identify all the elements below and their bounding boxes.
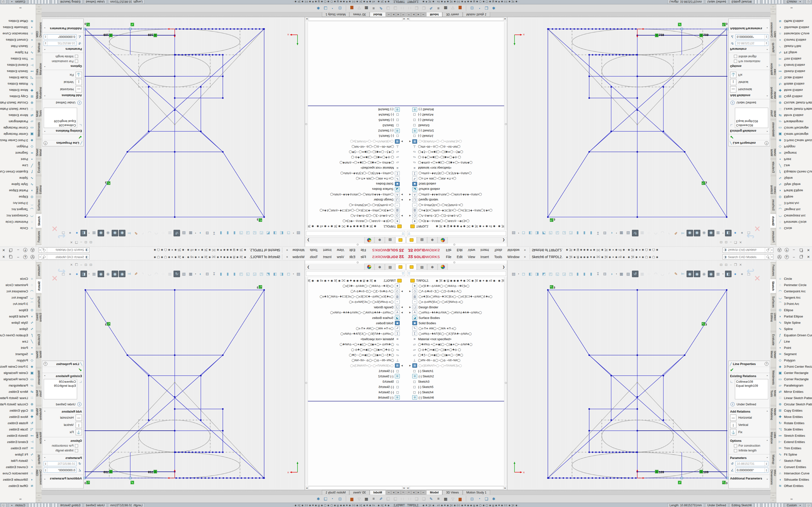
doc-prev-icon[interactable]: ⊡ — [90, 263, 92, 267]
spinner-arrows[interactable]: ▲▼ — [765, 468, 768, 472]
doc-next-icon[interactable]: ⊡ — [85, 240, 87, 244]
search-box[interactable]: ◨ ▾ — [39, 254, 89, 260]
tab-features[interactable]: Features — [770, 262, 776, 278]
tool-linear-sketch-pattern[interactable]: ∷Linear Sketch Pattern — [776, 106, 812, 112]
relations-listbox[interactable]: Collinear108 Equal length109 — [44, 379, 77, 399]
tab-mbd-dimensions[interactable]: MBD Dimensions — [770, 467, 776, 493]
tab-direct-editing[interactable]: Direct Editing — [770, 311, 776, 331]
shaded-mode-icon[interactable]: ◧ — [81, 230, 87, 236]
expand-arrow-icon[interactable]: ▶ — [408, 311, 412, 314]
grid-table-icon[interactable]: ▦ — [443, 5, 449, 11]
tool-spline[interactable]: ∿Spline — [0, 326, 36, 332]
panel-splitter[interactable] — [305, 243, 406, 246]
tree-item-sketch6[interactable]: ⊞(-) Sketch6 — [406, 395, 507, 400]
view-iso1-icon[interactable]: ▮ — [575, 271, 581, 277]
ghost-arc1-icon[interactable]: ◌ — [646, 230, 652, 236]
tab-mesh-modeling[interactable]: Mesh Modeling — [770, 78, 776, 101]
option-infinite-length[interactable]: Infinite length — [729, 448, 770, 453]
tree-item-solidbodies[interactable]: ◙Solid Bodies — [406, 181, 507, 187]
doc-tab-model[interactable]: Model — [370, 490, 386, 495]
expand-arrow-icon[interactable]: ▶ — [408, 215, 412, 217]
scroll-left-icon[interactable]: ◀ — [406, 487, 409, 489]
snapshot-icon[interactable]: ⊡ — [469, 496, 475, 502]
tab-sheet-metal[interactable]: Sheet Metal — [770, 348, 776, 368]
doc-restore-button[interactable]: ❐ — [75, 263, 78, 267]
ghost-arc2-icon[interactable]: ◠ — [653, 271, 659, 277]
tree-item-sketch1[interactable]: ◻(-) Sketch1 — [305, 133, 406, 139]
tool-ellipse[interactable]: ⊙Ellipse — [0, 194, 36, 200]
checkbox-icon[interactable] — [75, 449, 78, 452]
tab-markup[interactable]: Markup — [36, 40, 42, 55]
view-hidden-lines-icon[interactable]: ◧ — [278, 230, 285, 236]
menu-window[interactable]: Window — [290, 248, 307, 252]
paintbrush-icon[interactable]: ✎ — [378, 496, 384, 502]
document-note-icon[interactable]: ▤ — [295, 271, 301, 277]
grid-faded-icon[interactable]: ▦ — [639, 230, 645, 236]
tree-item-sketch5[interactable]: ◻(-) Sketch5 — [406, 384, 507, 389]
tree-item-materialnotspecified[interactable]: ≡Material <not specified> — [305, 336, 406, 342]
tab-weldments[interactable]: Weldments — [36, 120, 42, 139]
tool-corner-rectangle[interactable]: ▭Corner Rectangle — [0, 376, 36, 382]
search-box[interactable]: ◨ ▾ — [723, 247, 773, 253]
tool-trim-entities[interactable]: ✂Trim Entities — [0, 445, 36, 451]
hide-items-4-icon[interactable]: ◉ — [708, 271, 714, 277]
tool-extend-entities[interactable]: ⊢Extend Entities — [776, 62, 812, 68]
view-top-icon[interactable]: ◳ — [238, 271, 244, 277]
menu-file[interactable]: File — [358, 255, 369, 259]
tree-item-solidbodies[interactable]: ◙Solid Bodies — [305, 181, 406, 187]
menu-window[interactable]: Window — [505, 255, 522, 259]
doc-prev-icon[interactable]: ⊡ — [720, 263, 722, 267]
ok-button[interactable]: ✔ — [78, 134, 82, 140]
tool-tangent-arc[interactable]: ◡Tangent Arc — [0, 294, 36, 300]
tab-sketch[interactable]: Sketch — [36, 279, 42, 293]
save-icon[interactable]: ▦ — [188, 230, 194, 236]
tool-3-point-arc[interactable]: ⌒3 Point Arc — [776, 300, 812, 307]
account-button[interactable] — [29, 247, 36, 253]
shaded-mode-icon[interactable]: ◧ — [725, 271, 731, 277]
restore-button[interactable] — [798, 254, 805, 260]
view-hidden-lines-icon[interactable]: ◧ — [278, 271, 285, 277]
parameters-header[interactable]: Parameters⌃ — [42, 47, 83, 52]
tool-3-point-arc[interactable]: ⌒3 Point Arc — [0, 300, 36, 307]
close-button[interactable]: ✕ — [805, 254, 812, 260]
tab-nav-icon[interactable]: ▶ — [416, 490, 421, 495]
tab-mold-tools[interactable]: Mold Tools — [770, 102, 776, 119]
ghost-fillet-icon[interactable]: ◜ — [666, 271, 672, 277]
menu-edit[interactable]: Edit — [347, 255, 358, 259]
tree-item[interactable]: ▶⊠◯ƨƷƐИNΛΠ+◯∘◯+ΠΛNИƐƷƨ◯ — [305, 363, 406, 368]
expand-arrow-icon[interactable]: ▶ — [400, 364, 404, 367]
option-for-construction[interactable]: For construction — [729, 59, 770, 64]
chart-icon[interactable]: ▆ — [349, 496, 355, 502]
view-left-icon[interactable]: ◱ — [252, 230, 258, 236]
tree-vertical-scrollbar[interactable] — [305, 22, 308, 230]
view-hlr-icon[interactable]: ◨ — [534, 230, 540, 236]
tree-item[interactable]: ▥◯ƨ✚ƷƐƨ◯ИN◎∘✚ϽϹƷƐƨ◯∘◯ƨƐƷϹϽ✚∘◎NИ◯Ɛ✚ƨ◯ — [305, 208, 406, 213]
tree-item[interactable]: ▶⊠◯ƨƷƐИNΛΠ+◯∘◯+ΠΛNИƐƷƨ◯ — [406, 139, 507, 144]
tool-convert-entities[interactable]: ⌖Convert Entities — [0, 37, 36, 43]
tree-item[interactable]: ▶◷◯Λ∙◎✚ƨƧ∘Ʒ◯∘◯Ʒ∘Ƨƨ✚◎∙Λ◯ — [406, 213, 507, 219]
sketch-pen-icon[interactable]: ✎ — [673, 230, 679, 236]
snip-icon[interactable]: ✄ — [680, 230, 686, 236]
tree-item[interactable]: ★◯ƨƷƐ✚∘∙◎ΛAΦ◯∘◯ΦAΛ◎∙∘✚ƐƷƨ◯ — [305, 219, 406, 224]
tree-item-surfacebodies[interactable]: ◪Surface Bodies — [406, 315, 507, 320]
dropdown-caret-icon[interactable]: ▾ — [517, 271, 520, 277]
tool-sketch-fillet[interactable]: ◜Sketch Fillet — [0, 457, 36, 464]
angle-field[interactable]: 0.00000000° ▲▼ — [735, 34, 768, 39]
account-button[interactable] — [776, 247, 783, 253]
menu-window[interactable]: Window — [290, 255, 307, 259]
rollback-bar[interactable] — [406, 401, 507, 402]
chart-icon[interactable]: ▆ — [349, 5, 355, 11]
tree-item[interactable]: ◔◯ƨ∙◎ƨИNƷƐƨ◯∘◯ƨƐƷNИƨ◎∙ƨ◯ — [406, 203, 507, 208]
tool-perimeter-circle[interactable]: ◌Perimeter Circle — [0, 282, 36, 288]
tool-move-entities[interactable]: ✚Move Entities — [776, 87, 812, 94]
add-relations-header[interactable]: Add Relations⌃ — [42, 408, 83, 414]
tool-stretch-entities[interactable]: ↦Stretch Entities — [0, 433, 36, 439]
view-wireframe-icon[interactable]: ◻ — [286, 271, 292, 277]
tool-parallelogram[interactable]: ▱Parallelogram — [776, 382, 812, 388]
tree-item-solidbodies[interactable]: ◙Solid Bodies — [406, 320, 507, 326]
tree-item[interactable]: ▱◯✚Ʒ∘∙◯∗◉[◯∘◯]◉∗◯∙∘Ʒ✚◯ — [406, 352, 507, 357]
tab-nav-icon[interactable]: ⏮ — [401, 12, 406, 17]
option-for-construction[interactable]: For construction — [42, 59, 83, 64]
appearance-1-icon[interactable]: ❏ — [393, 496, 398, 502]
menu-view[interactable]: View — [465, 255, 478, 259]
